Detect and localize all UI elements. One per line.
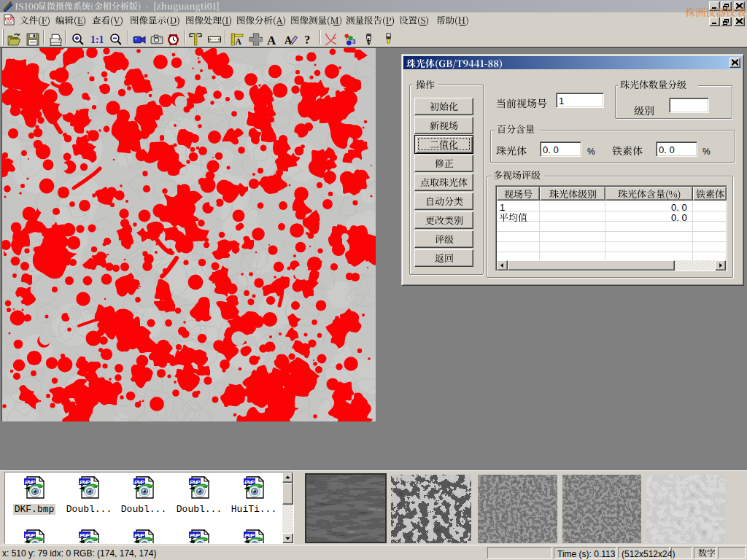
- svg-text:?: ?: [304, 34, 310, 46]
- svg-text:A: A: [235, 37, 241, 46]
- svg-text:A: A: [267, 34, 276, 46]
- svg-text:1:1: 1:1: [90, 34, 104, 45]
- svg-text:3: 3: [352, 38, 356, 45]
- svg-text:DOC: DOC: [4, 17, 15, 21]
